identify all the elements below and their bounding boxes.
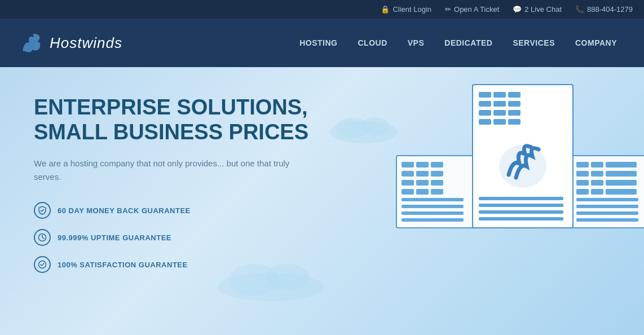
- guarantee-uptime: 99.999% UPTIME GUARANTEE: [34, 229, 344, 246]
- server-right: [571, 155, 644, 228]
- server-main: [472, 84, 574, 228]
- nav-bar: Hostwinds HOSTING CLOUD VPS DEDICATED SE…: [0, 19, 644, 67]
- top-bar: 🔒 Client Login ✏ Open A Ticket 💬 2 Live …: [0, 0, 644, 19]
- check-circle-icon: [34, 256, 51, 273]
- hero-subtitle: We are a hosting company that not only p…: [34, 157, 305, 184]
- nav-links: HOSTING CLOUD VPS DEDICATED SERVICES COM…: [289, 19, 627, 67]
- hero-section: ENTERPRISE SOLUTIONS, SMALL BUSINESS PRI…: [0, 67, 644, 335]
- chat-icon: 💬: [513, 5, 522, 14]
- client-login-link[interactable]: 🔒 Client Login: [381, 5, 431, 14]
- phone-icon: 📞: [575, 5, 584, 14]
- nav-dedicated[interactable]: DEDICATED: [434, 19, 502, 67]
- nav-cloud[interactable]: CLOUD: [347, 19, 397, 67]
- guarantee-satisfaction: 100% SATISFACTION GUARANTEE: [34, 256, 344, 273]
- nav-vps[interactable]: VPS: [398, 19, 435, 67]
- ticket-icon: ✏: [445, 5, 451, 14]
- live-chat-link[interactable]: 💬 2 Live Chat: [513, 5, 562, 14]
- hero-content: ENTERPRISE SOLUTIONS, SMALL BUSINESS PRI…: [34, 95, 344, 283]
- nav-services[interactable]: SERVICES: [502, 19, 565, 67]
- server-left: [396, 155, 475, 228]
- shield-icon: [34, 202, 51, 219]
- nav-hosting[interactable]: HOSTING: [289, 19, 347, 67]
- open-ticket-link[interactable]: ✏ Open A Ticket: [445, 5, 499, 14]
- svg-point-2: [361, 117, 389, 135]
- logo-link[interactable]: Hostwinds: [17, 29, 122, 56]
- hero-title: ENTERPRISE SOLUTIONS, SMALL BUSINESS PRI…: [34, 95, 344, 144]
- brand-name: Hostwinds: [50, 34, 122, 52]
- nav-company[interactable]: COMPANY: [565, 19, 627, 67]
- logo-icon: [17, 29, 44, 56]
- lock-icon: 🔒: [381, 5, 390, 14]
- clock-icon: [34, 229, 51, 246]
- server-logo: [495, 133, 551, 189]
- servers-illustration: [396, 84, 644, 228]
- guarantee-money-back: 60 DAY MONEY BACK GUARANTEE: [34, 202, 344, 219]
- phone-link[interactable]: 📞 888-404-1279: [575, 5, 633, 14]
